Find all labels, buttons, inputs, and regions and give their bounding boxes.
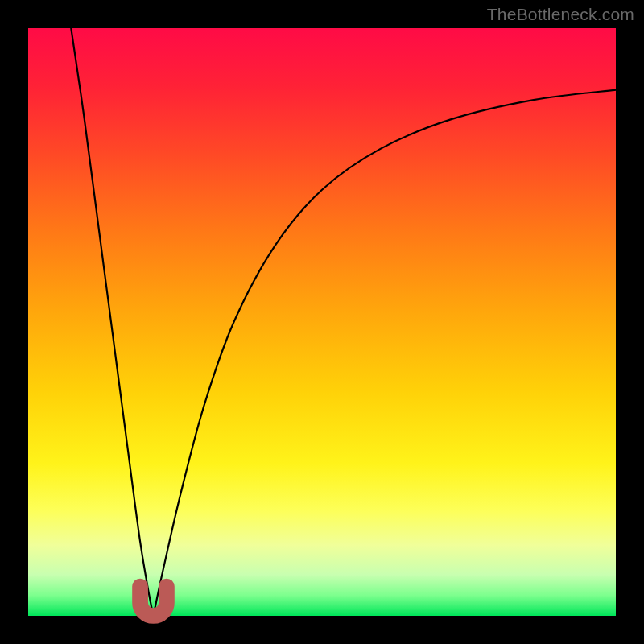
gradient-background [28, 28, 616, 616]
watermark-text: TheBottleneck.com [487, 5, 634, 24]
chart-frame: TheBottleneck.com [0, 0, 644, 644]
bottleneck-plot [0, 0, 644, 644]
